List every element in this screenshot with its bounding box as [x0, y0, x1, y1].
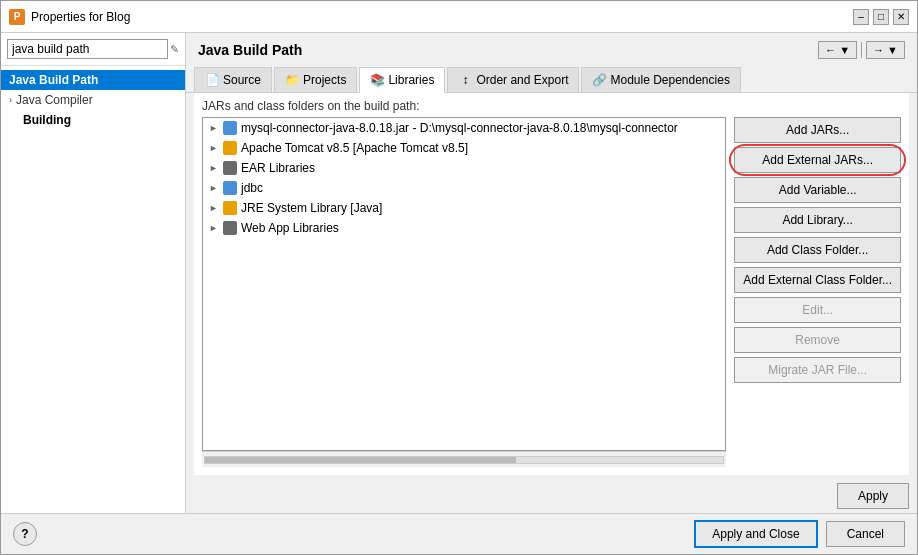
- title-bar: P Properties for Blog – □ ✕: [1, 1, 917, 33]
- tabs-bar: 📄 Source 📁 Projects 📚 Libraries ↕ Order …: [186, 67, 917, 93]
- sidebar-item-label: Java Build Path: [9, 73, 98, 87]
- window-icon: P: [9, 9, 25, 25]
- panel-header: Java Build Path ← ▼ → ▼: [186, 33, 917, 67]
- add-variable-button[interactable]: Add Variable...: [734, 177, 901, 203]
- jar-list: ► mysql-connector-java-8.0.18.jar - D:\m…: [203, 118, 725, 238]
- jar-name-jre: JRE System Library [Java]: [241, 201, 382, 215]
- search-clear-icon[interactable]: ✎: [170, 43, 179, 56]
- remove-button[interactable]: Remove: [734, 327, 901, 353]
- tab-source-label: Source: [223, 73, 261, 87]
- apply-close-button[interactable]: Apply and Close: [694, 520, 817, 548]
- nav-separator: [861, 42, 862, 58]
- panel-title: Java Build Path: [198, 42, 302, 58]
- footer-area: ? Apply and Close Cancel: [1, 513, 917, 554]
- jar-name-webapp: Web App Libraries: [241, 221, 339, 235]
- search-input[interactable]: [7, 39, 168, 59]
- help-button[interactable]: ?: [13, 522, 37, 546]
- horizontal-scrollbar[interactable]: [202, 451, 726, 467]
- tab-module-label: Module Dependencies: [610, 73, 729, 87]
- main-panel: Java Build Path ← ▼ → ▼ 📄 Source 📁 Proje…: [186, 33, 917, 513]
- jar-icon-tomcat: [223, 141, 237, 155]
- tab-source[interactable]: 📄 Source: [194, 67, 272, 92]
- footer-right-buttons: Apply and Close Cancel: [694, 520, 905, 548]
- close-button[interactable]: ✕: [893, 9, 909, 25]
- nav-buttons: ← ▼ → ▼: [818, 41, 905, 59]
- libraries-tab-icon: 📚: [370, 73, 384, 87]
- add-external-class-folder-button[interactable]: Add External Class Folder...: [734, 267, 901, 293]
- sidebar-item-label: Building: [23, 113, 71, 127]
- build-path-content: JARs and class folders on the build path…: [194, 93, 909, 475]
- add-jars-button[interactable]: Add JARs...: [734, 117, 901, 143]
- jar-item-jre[interactable]: ► JRE System Library [Java]: [203, 198, 725, 218]
- sidebar-item-building[interactable]: Building: [1, 110, 185, 130]
- maximize-button[interactable]: □: [873, 9, 889, 25]
- expand-icon: ►: [209, 143, 219, 153]
- jar-item-mysql[interactable]: ► mysql-connector-java-8.0.18.jar - D:\m…: [203, 118, 725, 138]
- jar-icon-jre: [223, 201, 237, 215]
- jar-item-webapp[interactable]: ► Web App Libraries: [203, 218, 725, 238]
- jar-item-ear[interactable]: ► EAR Libraries: [203, 158, 725, 178]
- minimize-button[interactable]: –: [853, 9, 869, 25]
- expand-icon: ►: [209, 163, 219, 173]
- expand-icon: ►: [209, 203, 219, 213]
- sidebar: ✎ Java Build Path › Java Compiler Buildi…: [1, 33, 186, 513]
- sidebar-item-label: Java Compiler: [16, 93, 93, 107]
- tab-projects[interactable]: 📁 Projects: [274, 67, 357, 92]
- cancel-button[interactable]: Cancel: [826, 521, 905, 547]
- main-window: P Properties for Blog – □ ✕ ✎ Java Build…: [0, 0, 918, 555]
- tab-order-label: Order and Export: [476, 73, 568, 87]
- jar-icon-ear: [223, 161, 237, 175]
- window-title: Properties for Blog: [31, 10, 130, 24]
- jar-icon-webapp: [223, 221, 237, 235]
- title-bar-left: P Properties for Blog: [9, 9, 130, 25]
- tab-libraries-label: Libraries: [388, 73, 434, 87]
- build-path-label: JARs and class folders on the build path…: [202, 93, 901, 117]
- build-path-body: ► mysql-connector-java-8.0.18.jar - D:\m…: [202, 117, 901, 467]
- jar-name-tomcat: Apache Tomcat v8.5 [Apache Tomcat v8.5]: [241, 141, 468, 155]
- projects-tab-icon: 📁: [285, 73, 299, 87]
- jar-name-ear: EAR Libraries: [241, 161, 315, 175]
- sidebar-item-java-compiler[interactable]: › Java Compiler: [1, 90, 185, 110]
- source-tab-icon: 📄: [205, 73, 219, 87]
- action-buttons: Add JARs... Add External JARs... Add Var…: [734, 117, 901, 467]
- jar-icon-mysql: [223, 121, 237, 135]
- sidebar-item-java-build-path[interactable]: Java Build Path: [1, 70, 185, 90]
- sidebar-tree: Java Build Path › Java Compiler Building: [1, 66, 185, 513]
- jar-item-jdbc[interactable]: ► jdbc: [203, 178, 725, 198]
- module-tab-icon: 🔗: [592, 73, 606, 87]
- expand-icon: ►: [209, 223, 219, 233]
- add-external-jars-button[interactable]: Add External JARs...: [734, 147, 901, 173]
- order-tab-icon: ↕: [458, 73, 472, 87]
- expand-icon: ►: [209, 123, 219, 133]
- add-class-folder-button[interactable]: Add Class Folder...: [734, 237, 901, 263]
- edit-button[interactable]: Edit...: [734, 297, 901, 323]
- tab-projects-label: Projects: [303, 73, 346, 87]
- search-box: ✎: [1, 33, 185, 66]
- jar-list-wrapper: ► mysql-connector-java-8.0.18.jar - D:\m…: [202, 117, 726, 467]
- jar-name-jdbc: jdbc: [241, 181, 263, 195]
- add-library-button[interactable]: Add Library...: [734, 207, 901, 233]
- title-controls: – □ ✕: [853, 9, 909, 25]
- tab-module-dependencies[interactable]: 🔗 Module Dependencies: [581, 67, 740, 92]
- content-area: ✎ Java Build Path › Java Compiler Buildi…: [1, 33, 917, 513]
- chevron-icon: ›: [9, 95, 12, 105]
- tab-order-export[interactable]: ↕ Order and Export: [447, 67, 579, 92]
- migrate-jar-button[interactable]: Migrate JAR File...: [734, 357, 901, 383]
- apply-button[interactable]: Apply: [837, 483, 909, 509]
- tab-libraries[interactable]: 📚 Libraries: [359, 67, 445, 93]
- jar-list-container[interactable]: ► mysql-connector-java-8.0.18.jar - D:\m…: [202, 117, 726, 451]
- forward-button[interactable]: → ▼: [866, 41, 905, 59]
- scrollbar-track: [204, 456, 724, 464]
- jar-icon-jdbc: [223, 181, 237, 195]
- expand-icon: ►: [209, 183, 219, 193]
- back-button[interactable]: ← ▼: [818, 41, 857, 59]
- jar-name-mysql: mysql-connector-java-8.0.18.jar - D:\mys…: [241, 121, 678, 135]
- apply-row: Apply: [186, 479, 917, 513]
- jar-item-tomcat[interactable]: ► Apache Tomcat v8.5 [Apache Tomcat v8.5…: [203, 138, 725, 158]
- scrollbar-thumb: [205, 457, 516, 463]
